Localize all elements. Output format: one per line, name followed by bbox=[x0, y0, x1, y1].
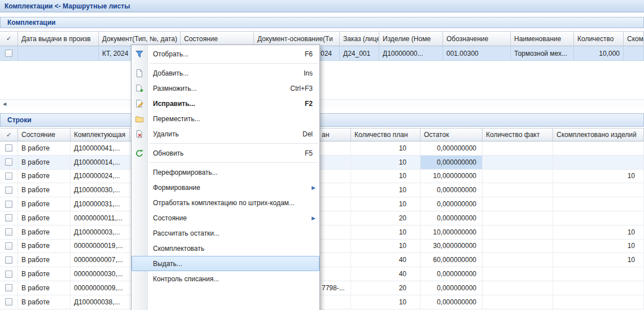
menu-item-duplicate[interactable]: Размножить... Ctrl+F3 bbox=[132, 81, 319, 96]
row-checkbox[interactable] bbox=[5, 50, 12, 57]
cell-fragment: 7798-... bbox=[316, 281, 351, 295]
table-row[interactable]: В работе Д100000030,... 10 0,000000000 bbox=[0, 183, 644, 197]
cell-state: В работе bbox=[18, 170, 71, 183]
kits-horizontal-scrollbar[interactable]: ◀ bbox=[0, 99, 644, 108]
menu-item-formation[interactable]: Формирование ▶ bbox=[132, 180, 319, 195]
cell-qty-plan: 10 bbox=[351, 183, 420, 197]
shortcut-label: F2 bbox=[295, 100, 313, 108]
cell-fragment bbox=[316, 295, 351, 309]
row-checkbox[interactable] bbox=[5, 214, 12, 222]
menu-item-add[interactable]: Добавить... Ins bbox=[132, 65, 319, 81]
row-checkbox-cell bbox=[0, 197, 18, 211]
cell-quantity: 10,000 bbox=[574, 46, 624, 60]
cell-remainder: 10,000000000 bbox=[420, 225, 483, 239]
menu-separator bbox=[150, 61, 318, 65]
table-row[interactable]: В работе Д100000003,... 10 10,000000000 … bbox=[0, 225, 644, 240]
column-header-state[interactable]: Состояние bbox=[18, 128, 71, 141]
table-row[interactable]: В работе Д100000038,... 10 0,000000000 bbox=[0, 295, 644, 309]
row-checkbox[interactable] bbox=[5, 201, 12, 208]
menu-item-delete[interactable]: Удалить Del bbox=[132, 126, 319, 141]
kits-selected-row[interactable]: КТ, 2024 024 Д24_001 Д10000000... 001.00… bbox=[0, 46, 644, 61]
cell-remainder: 0,000000000 bbox=[420, 141, 483, 155]
shortcut-label: Del bbox=[292, 130, 313, 138]
row-checkbox[interactable] bbox=[5, 256, 12, 264]
menu-item-barcode[interactable]: Отработать комплектацию по штрих-кодам..… bbox=[132, 195, 319, 210]
table-row-selected[interactable]: В работе Д100000014,... 10 0,000000000 bbox=[0, 156, 644, 170]
row-checkbox-cell bbox=[0, 253, 18, 267]
row-checkbox[interactable] bbox=[5, 172, 12, 180]
column-header-base-document[interactable]: Документ-основание(Ти bbox=[254, 31, 340, 46]
row-checkbox[interactable] bbox=[5, 187, 12, 194]
table-row[interactable]: В работе 00000000030,... 40 0,000000000 bbox=[0, 267, 644, 281]
cell-assembled bbox=[553, 281, 644, 295]
column-header-assembled[interactable]: Скомплектовано изделий bbox=[553, 128, 644, 141]
table-row[interactable]: В работе Д100000024,... 10 10,000000000 … bbox=[0, 170, 644, 184]
menu-item-refresh[interactable]: Обновить F5 bbox=[132, 145, 319, 161]
menu-item-state[interactable]: Состояние ▶ bbox=[132, 210, 319, 225]
row-checkbox[interactable] bbox=[5, 242, 12, 250]
row-checkbox[interactable] bbox=[5, 158, 12, 166]
column-header-check[interactable]: ✓ bbox=[0, 128, 18, 141]
menu-item-filter[interactable]: Отобрать... F6 bbox=[132, 46, 319, 61]
table-row[interactable]: В работе Д100000041,... 10 0,000000000 bbox=[0, 141, 644, 156]
menu-item-edit[interactable]: Исправить... F2 bbox=[132, 96, 319, 111]
submenu-arrow-icon: ▶ bbox=[312, 215, 316, 221]
cell-date bbox=[18, 46, 99, 60]
cell-remainder: 0,000000000 bbox=[420, 156, 483, 169]
cell-component: 00000000019,... bbox=[71, 240, 130, 253]
column-header-designation[interactable]: Обозначение bbox=[443, 31, 511, 46]
row-checkbox[interactable] bbox=[5, 284, 12, 291]
row-checkbox[interactable] bbox=[5, 298, 12, 305]
row-checkbox[interactable] bbox=[5, 144, 12, 152]
table-row[interactable]: В работе 00000000007,... 40 60,000000000… bbox=[0, 253, 644, 267]
cell-assembled bbox=[553, 156, 644, 169]
column-header-quantity[interactable]: Количество bbox=[574, 31, 624, 46]
cell-assembled: 10 bbox=[553, 225, 644, 239]
column-header-qty-plan[interactable]: Количество план bbox=[351, 128, 420, 141]
cell-component: 00000000030,... bbox=[71, 267, 130, 281]
cell-component: Д100000031,... bbox=[71, 197, 130, 211]
cell-qty-plan: 20 bbox=[351, 281, 420, 295]
scroll-left-arrow-icon[interactable]: ◀ bbox=[0, 101, 9, 107]
cell-remainder: 60,000000000 bbox=[420, 253, 483, 267]
cell-assembled bbox=[553, 295, 644, 309]
table-row[interactable]: В работе 00000000009,... 7798-... 20 0,0… bbox=[0, 281, 644, 295]
menu-item-move[interactable]: Переместить... bbox=[132, 111, 319, 126]
row-checkbox[interactable] bbox=[5, 228, 12, 236]
row-checkbox-cell bbox=[0, 211, 18, 225]
column-header-date[interactable]: Дата выдачи в произв bbox=[18, 31, 99, 46]
cell-fragment bbox=[316, 170, 351, 183]
column-header-state[interactable]: Состояние bbox=[181, 31, 254, 46]
menu-item-writeoff-control[interactable]: Контроль списания... bbox=[132, 271, 319, 286]
menu-item-calc-remainders[interactable]: Рассчитать остатки... bbox=[132, 225, 319, 241]
menu-item-assemble[interactable]: Скомплектовать bbox=[132, 241, 319, 256]
column-header-product[interactable]: Изделие (Номе bbox=[379, 31, 443, 46]
column-header-assembled[interactable]: Ском bbox=[624, 31, 644, 46]
column-header-check[interactable]: ✓ bbox=[0, 31, 18, 46]
column-header-name[interactable]: Наименование bbox=[511, 31, 574, 46]
cell-state: В работе bbox=[18, 156, 71, 169]
cell-remainder: 0,000000000 bbox=[420, 183, 483, 197]
table-row[interactable]: В работе Д100000031,... 10 0,000000000 bbox=[0, 197, 644, 211]
menu-separator bbox=[150, 161, 318, 165]
column-header-remainder[interactable]: Остаток bbox=[420, 128, 483, 141]
refresh-icon bbox=[135, 149, 144, 158]
table-row[interactable]: В работе 00000000019,... 10 30,000000000… bbox=[0, 240, 644, 254]
cell-qty-fact bbox=[483, 211, 553, 225]
column-header-document[interactable]: Документ(Тип, №, дата) bbox=[99, 31, 181, 46]
row-checkbox[interactable] bbox=[5, 271, 12, 278]
cell-state: В работе bbox=[18, 225, 71, 239]
table-row[interactable]: В работе 00000000011,... 20 0,000000000 bbox=[0, 211, 644, 225]
column-header-order[interactable]: Заказ (лицево bbox=[340, 31, 379, 46]
menu-item-reform[interactable]: Переформировать... bbox=[132, 165, 319, 180]
filter-icon bbox=[135, 50, 144, 59]
cell-qty-plan: 40 bbox=[351, 267, 420, 281]
column-header-qty-fact[interactable]: Количество факт bbox=[483, 128, 553, 141]
cell-qty-fact bbox=[483, 240, 553, 253]
menu-item-issue[interactable]: Выдать... bbox=[132, 256, 319, 271]
lines-panel-title: Строки bbox=[7, 116, 32, 124]
cell-state: В работе bbox=[18, 141, 71, 155]
column-header-component[interactable]: Комплектующая bbox=[71, 128, 130, 141]
column-header-fragment[interactable]: ан bbox=[316, 128, 351, 141]
cell-component: 00000000009,... bbox=[71, 281, 130, 295]
